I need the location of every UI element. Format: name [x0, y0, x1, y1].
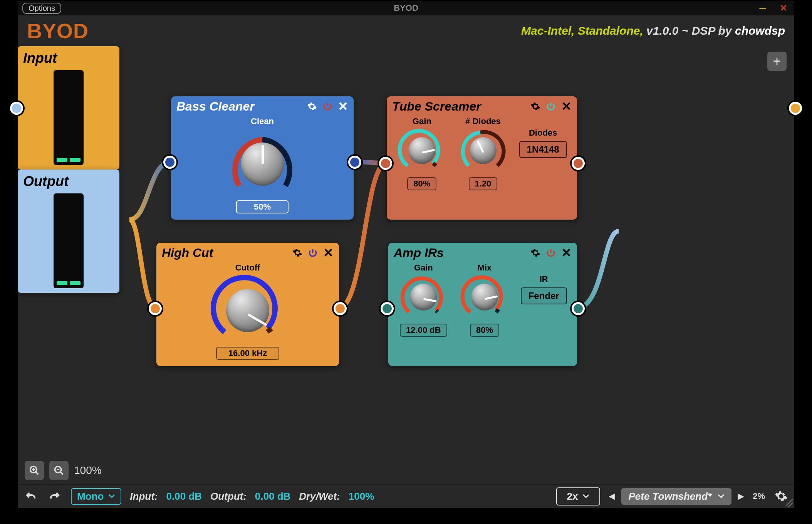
amp-irs-header[interactable]: Amp IRs ✕: [388, 243, 577, 263]
bass-cleaner-header[interactable]: Bass Cleaner ✕: [171, 96, 354, 116]
header: BYOD Mac-Intel, Standalone, v1.0.0 ~ DSP…: [18, 15, 794, 46]
power-icon[interactable]: [308, 248, 318, 258]
air-gain-knob[interactable]: [398, 274, 448, 321]
tube-screamer-node[interactable]: Tube Screamer ✕ Gain: [387, 96, 577, 220]
output-in-port[interactable]: [10, 102, 23, 115]
close-node-icon[interactable]: ✕: [561, 245, 572, 260]
output-meter: [54, 193, 84, 288]
zoom-in-button[interactable]: [25, 461, 44, 480]
cpu-meter: 2%: [753, 491, 765, 501]
clean-value[interactable]: 50%: [236, 200, 289, 213]
ts-diodes-count-label: # Diodes: [465, 116, 501, 126]
power-icon[interactable]: [546, 248, 556, 258]
cutoff-label: Cutoff: [235, 263, 260, 273]
bass-cleaner-out-port[interactable]: [348, 156, 361, 169]
output-gain-value[interactable]: 0.00 dB: [255, 490, 291, 502]
close-node-icon[interactable]: ✕: [323, 245, 334, 260]
options-button[interactable]: Options: [22, 3, 61, 14]
air-mix-knob[interactable]: [460, 274, 510, 321]
input-node[interactable]: Input: [18, 46, 119, 170]
input-title: Input: [18, 46, 119, 70]
cutoff-value[interactable]: 16.00 kHz: [216, 347, 279, 360]
amp-irs-out-port[interactable]: [572, 302, 585, 315]
window-title: BYOD: [394, 3, 418, 13]
gear-icon[interactable]: [292, 248, 302, 258]
power-icon[interactable]: [546, 101, 556, 111]
brand-text: chowdsp: [735, 24, 785, 37]
resize-grip[interactable]: [783, 496, 793, 506]
output-gain-label: Output:: [210, 490, 247, 502]
bass-cleaner-title: Bass Cleaner: [176, 99, 255, 114]
high-cut-header[interactable]: High Cut ✕: [156, 243, 339, 263]
bass-cleaner-node[interactable]: Bass Cleaner ✕ Clean 50%: [171, 96, 354, 220]
window-controls: ─ ✕: [758, 1, 792, 15]
high-cut-out-port[interactable]: [334, 302, 347, 315]
bass-cleaner-in-port[interactable]: [163, 156, 176, 169]
cutoff-knob[interactable]: [209, 274, 286, 344]
power-icon[interactable]: [322, 101, 332, 111]
air-mix-value[interactable]: 80%: [470, 324, 499, 337]
amp-irs-node[interactable]: Amp IRs ✕ Gain: [388, 243, 577, 366]
gear-icon[interactable]: [530, 248, 540, 258]
clean-label: Clean: [251, 116, 274, 126]
tube-screamer-header[interactable]: Tube Screamer ✕: [387, 96, 577, 116]
ts-gain-knob[interactable]: [397, 128, 447, 174]
undo-button[interactable]: [23, 489, 39, 504]
zoom-controls: 100%: [25, 461, 102, 480]
gear-icon[interactable]: [530, 101, 540, 111]
ts-gain-value[interactable]: 80%: [407, 177, 436, 190]
air-gain-label: Gain: [414, 263, 433, 273]
amp-irs-title: Amp IRs: [394, 246, 444, 260]
input-gain-label: Input:: [130, 490, 158, 502]
close-node-icon[interactable]: ✕: [561, 99, 572, 114]
output-node[interactable]: Output: [18, 170, 119, 293]
gear-icon[interactable]: [307, 101, 317, 111]
redo-button[interactable]: [47, 489, 62, 504]
tube-screamer-out-port[interactable]: [572, 157, 585, 170]
drywet-value[interactable]: 100%: [349, 490, 374, 502]
tube-screamer-in-port[interactable]: [379, 157, 392, 170]
ts-diodes-count-value[interactable]: 1.20: [469, 177, 498, 190]
oversample-select[interactable]: 2x: [556, 487, 601, 506]
amp-irs-in-port[interactable]: [381, 302, 394, 315]
high-cut-in-port[interactable]: [149, 302, 162, 315]
ts-diodes-count-knob[interactable]: [458, 128, 508, 174]
input-out-port[interactable]: [789, 102, 802, 115]
clean-knob[interactable]: [224, 128, 301, 197]
input-meter: [54, 70, 84, 165]
chevron-down-icon: [718, 494, 725, 499]
zoom-out-button[interactable]: [49, 461, 69, 480]
minimize-icon[interactable]: ─: [758, 3, 767, 13]
channel-mode-select[interactable]: Mono: [71, 488, 121, 505]
node-canvas[interactable]: + Input Output Bass Cleaner ✕: [18, 46, 794, 465]
zoom-percent: 100%: [74, 464, 102, 477]
tilde-by: ~ DSP by: [682, 24, 732, 37]
ts-gain-label: Gain: [413, 116, 431, 126]
titlebar: Options BYOD ─ ✕: [18, 1, 794, 15]
close-node-icon[interactable]: ✕: [338, 99, 348, 114]
high-cut-title: High Cut: [162, 246, 213, 260]
ts-diodes-select[interactable]: 1N4148: [519, 141, 567, 158]
add-node-button[interactable]: +: [767, 52, 787, 71]
air-ir-select[interactable]: Fender: [521, 287, 567, 304]
air-mix-label: Mix: [478, 263, 492, 273]
preset-next-button[interactable]: ▶: [738, 491, 744, 501]
channel-mode-value: Mono: [77, 490, 104, 502]
preset-prev-button[interactable]: ◀: [609, 491, 615, 501]
preset-name: Pete Townshend*: [628, 490, 711, 502]
env-text: Mac-Intel, Standalone,: [521, 24, 643, 37]
tagline: Mac-Intel, Standalone, v1.0.0 ~ DSP by c…: [521, 24, 785, 37]
version-text: v1.0.0: [646, 24, 678, 37]
drywet-label: Dry/Wet:: [299, 490, 340, 502]
footer-bar: Mono Input: 0.00 dB Output: 0.00 dB Dry/…: [18, 484, 794, 508]
air-gain-value[interactable]: 12.00 dB: [400, 324, 447, 337]
ts-diodes-label: Diodes: [529, 128, 557, 138]
input-gain-value[interactable]: 0.00 dB: [166, 490, 202, 502]
preset-select[interactable]: Pete Townshend*: [621, 488, 731, 505]
app-logo: BYOD: [27, 19, 89, 43]
close-icon[interactable]: ✕: [779, 3, 788, 13]
svg-line-5: [60, 472, 63, 475]
output-title: Output: [18, 170, 119, 193]
high-cut-node[interactable]: High Cut ✕ Cutoff 16.00 kHz: [156, 243, 339, 366]
preset-controls: ◀ Pete Townshend* ▶: [609, 488, 744, 505]
